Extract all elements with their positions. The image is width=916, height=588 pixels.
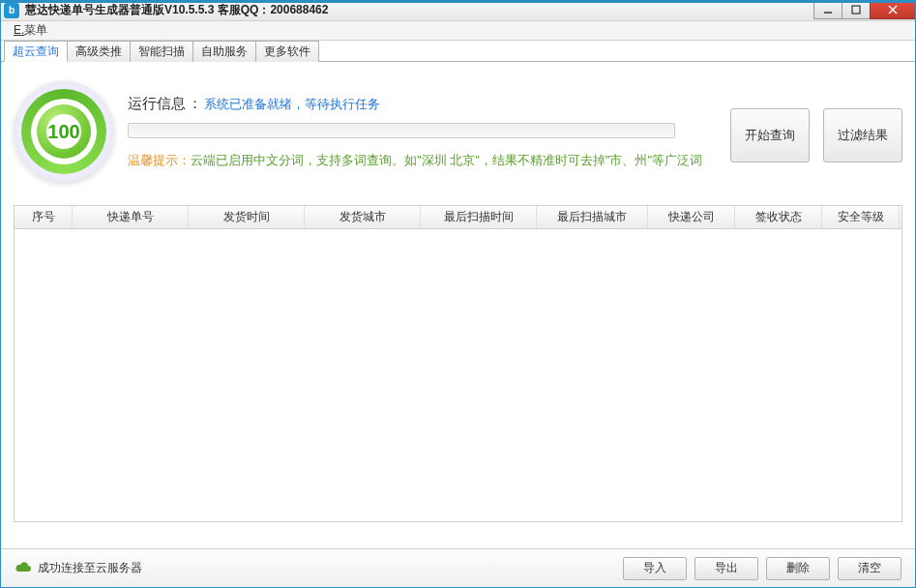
runinfo-label: 运行信息 (128, 95, 186, 111)
column-header[interactable]: 安全等级 (822, 206, 900, 228)
clear-button[interactable]: 清空 (838, 557, 901, 580)
gauge-meter: 100 (14, 81, 114, 182)
export-button[interactable]: 导出 (694, 557, 758, 580)
gauge-value: 100 (47, 121, 79, 143)
footer: 成功连接至云服务器 导入 导出 删除 清空 (1, 548, 915, 587)
minimize-button[interactable] (813, 0, 842, 19)
menu-item[interactable]: E.菜单 (14, 22, 47, 39)
results-table: 序号快递单号发货时间发货城市最后扫描时间最后扫描城市快递公司签收状态安全等级 (14, 205, 902, 522)
import-button[interactable]: 导入 (623, 557, 687, 580)
column-header[interactable]: 快递公司 (648, 206, 735, 228)
tab-self-service[interactable]: 自助服务 (192, 41, 256, 62)
window-controls (814, 0, 916, 19)
column-header[interactable]: 发货城市 (305, 206, 421, 228)
tab-advanced[interactable]: 高级类推 (67, 41, 131, 62)
hint-text: 温馨提示：云端已启用中文分词，支持多词查询。如"深圳 北京"，结果不精准时可去掉… (128, 152, 717, 169)
app-icon: b (4, 3, 19, 18)
column-header[interactable]: 最后扫描城市 (537, 206, 648, 228)
column-header[interactable]: 发货时间 (189, 206, 305, 228)
menubar: E.菜单 (0, 21, 916, 41)
maximize-button[interactable] (842, 0, 871, 19)
progress-bar (128, 123, 675, 138)
tab-cloud-query[interactable]: 超云查询 (4, 41, 68, 62)
svg-rect-1 (852, 6, 860, 14)
column-header[interactable]: 序号 (15, 206, 73, 228)
column-header[interactable]: 快递单号 (73, 206, 189, 228)
tab-more-software[interactable]: 更多软件 (255, 41, 319, 62)
filter-results-button[interactable]: 过滤结果 (823, 108, 902, 162)
delete-button[interactable]: 删除 (766, 557, 830, 580)
cloud-icon (15, 560, 32, 577)
column-header[interactable]: 签收状态 (735, 206, 822, 228)
column-header[interactable]: 最后扫描时间 (421, 206, 537, 228)
connection-status: 成功连接至云服务器 (38, 560, 623, 576)
window-title: 慧达快递单号生成器普通版V10.5.5.3 客服QQ：200688462 (25, 2, 328, 18)
close-button[interactable] (870, 0, 916, 19)
titlebar: b 慧达快递单号生成器普通版V10.5.5.3 客服QQ：200688462 (0, 0, 916, 21)
table-body[interactable] (15, 229, 901, 521)
runinfo-message: 系统已准备就绪，等待执行任务 (204, 97, 380, 111)
start-query-button[interactable]: 开始查询 (730, 108, 810, 162)
tab-row: 超云查询 高级类推 智能扫描 自助服务 更多软件 (0, 41, 916, 62)
tab-smart-scan[interactable]: 智能扫描 (130, 41, 193, 62)
